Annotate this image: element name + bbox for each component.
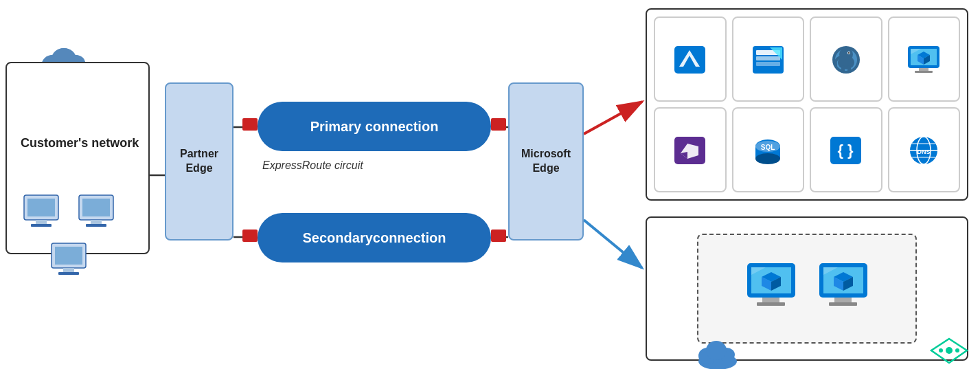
svg-rect-63 bbox=[915, 71, 933, 73]
svg-rect-92 bbox=[834, 298, 852, 302]
svg-point-70 bbox=[755, 153, 780, 164]
svg-rect-34 bbox=[58, 272, 79, 275]
svg-rect-10 bbox=[491, 118, 506, 131]
postgresql-icon-cell bbox=[810, 16, 882, 102]
computer-icon-2 bbox=[76, 194, 117, 234]
svg-rect-33 bbox=[63, 268, 74, 272]
svg-rect-84 bbox=[762, 298, 779, 302]
expressroute-icon bbox=[927, 335, 972, 369]
vnet-cloud-icon bbox=[694, 337, 742, 369]
svg-point-104 bbox=[947, 348, 951, 353]
svg-rect-29 bbox=[91, 220, 102, 224]
svg-rect-55 bbox=[841, 65, 845, 72]
azure-devops-icon-cell bbox=[654, 107, 727, 192]
svg-rect-12 bbox=[491, 230, 506, 242]
svg-rect-25 bbox=[36, 220, 47, 224]
svg-rect-26 bbox=[31, 224, 52, 227]
svg-text:DNS: DNS bbox=[917, 148, 930, 155]
svg-text:{ }: { } bbox=[838, 142, 854, 159]
svg-point-58 bbox=[848, 52, 850, 54]
svg-point-103 bbox=[939, 348, 943, 353]
vnet-inner-dashed bbox=[697, 234, 917, 344]
microsoft-edge-label: Microsoft Edge bbox=[510, 147, 582, 176]
svg-rect-11 bbox=[242, 230, 258, 242]
svg-rect-9 bbox=[242, 118, 258, 131]
computer-icon-1 bbox=[21, 194, 62, 234]
secondary-connection-label: Secondary­connection bbox=[303, 230, 446, 246]
partner-edge-label: Partner Edge bbox=[166, 147, 232, 176]
svg-text:SQL: SQL bbox=[760, 144, 775, 151]
svg-rect-48 bbox=[756, 56, 780, 60]
microsoft-edge-box: Microsoft Edge bbox=[508, 82, 584, 241]
svg-rect-49 bbox=[756, 62, 780, 66]
vm-icon-1 bbox=[742, 260, 800, 317]
primary-connection-label: Primary connection bbox=[310, 119, 439, 135]
computer-icon-3 bbox=[48, 242, 89, 282]
azure-table-storage-icon-cell bbox=[732, 16, 805, 102]
svg-rect-24 bbox=[27, 199, 55, 216]
vm-icon-2 bbox=[814, 260, 872, 317]
svg-rect-62 bbox=[919, 68, 928, 71]
svg-rect-30 bbox=[86, 224, 106, 227]
azure-dns-icon-cell: DNS bbox=[888, 107, 961, 192]
azure-api-icon-cell: { } bbox=[810, 107, 882, 192]
customer-network-label: Customer's network bbox=[21, 135, 139, 151]
svg-rect-32 bbox=[55, 247, 82, 265]
svg-line-8 bbox=[584, 220, 642, 268]
primary-connection-box: Primary connection bbox=[258, 102, 491, 151]
svg-point-105 bbox=[955, 348, 959, 353]
svg-rect-93 bbox=[829, 302, 857, 306]
azure-sql-icon-cell: SQL bbox=[732, 107, 805, 192]
azure-services-grid: SQL { } DNS bbox=[646, 8, 968, 201]
expressroute-circuit-label: ExpressRoute circuit bbox=[262, 159, 363, 172]
secondary-connection-box: Secondary­connection bbox=[258, 213, 491, 262]
customer-network-box: Customer's network bbox=[5, 62, 150, 254]
azure-ad-icon-cell bbox=[654, 16, 727, 102]
svg-rect-28 bbox=[82, 199, 110, 216]
partner-edge-box: Partner Edge bbox=[165, 82, 233, 241]
svg-rect-85 bbox=[757, 302, 785, 306]
svg-line-7 bbox=[584, 102, 642, 134]
svg-rect-56 bbox=[847, 65, 851, 72]
architecture-diagram: Customer's network bbox=[0, 0, 980, 369]
azure-monitor-icon-cell bbox=[888, 16, 961, 102]
svg-point-100 bbox=[706, 341, 727, 360]
